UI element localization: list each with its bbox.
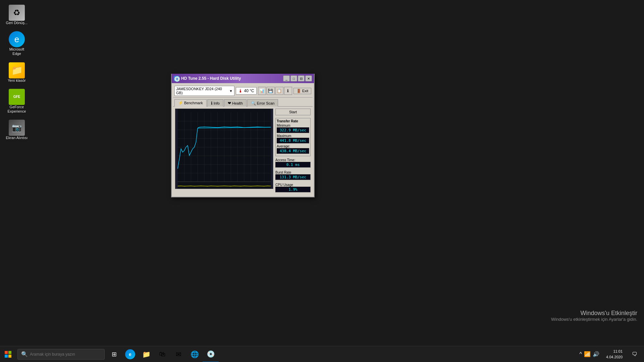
cpu-usage-block: CPU Usage 1.9%: [275, 182, 311, 192]
activate-line1: Windows'u Etkinleştir: [551, 310, 637, 317]
window-body: JAMESDONKEY JD24 (240 GB) ▼ 🌡 40 °C 📊 💾 …: [172, 83, 314, 197]
search-input[interactable]: [30, 352, 101, 357]
recycle-bin-icon[interactable]: ♻ Geri Dönüş...: [3, 3, 30, 26]
notification-button[interactable]: 🗨: [627, 346, 643, 362]
stats-panel: Start Transfer Rate Minimum 322.9 MB/sec…: [275, 109, 311, 193]
average-label: Average:: [277, 144, 309, 148]
hdtune-taskbar-icon: 💿: [207, 350, 215, 358]
average-block: Average: 438.4 MB/sec: [277, 144, 309, 154]
temperature-value: 40 °C: [244, 88, 254, 93]
volume-icon[interactable]: 🔊: [593, 351, 599, 357]
recycle-bin-label: Geri Dönüş...: [6, 21, 28, 25]
new-folder-icon[interactable]: 📁 Yeni klasör: [3, 61, 30, 84]
explorer-taskbar-icon: 📁: [142, 350, 151, 358]
drive-selector[interactable]: JAMESDONKEY JD24 (240 GB) ▼: [174, 86, 234, 96]
mail-taskbar-icon: ✉: [176, 350, 181, 358]
window-toolbar: JAMESDONKEY JD24 (240 GB) ▼ 🌡 40 °C 📊 💾 …: [173, 84, 313, 98]
taskbar: 🔍 ⊞ e 📁 🛍 ✉ 🌐 💿 ^: [0, 346, 644, 362]
maximize-button[interactable]: ⊟: [298, 75, 305, 81]
screenshot-label: Ekran Alıntısı: [6, 136, 28, 140]
taskbar-store-button[interactable]: 🛍: [154, 346, 170, 362]
access-time-value: 0.1 ms: [275, 162, 311, 168]
task-view-icon: ⊞: [112, 351, 117, 358]
cpu-usage-value: 1.9%: [275, 187, 311, 192]
health-icon: ❤: [228, 101, 231, 106]
toolbar-icons: 📊 💾 📋 ℹ: [258, 87, 292, 95]
close-button[interactable]: ✕: [305, 75, 312, 81]
store-taskbar-icon: 🛍: [159, 350, 166, 358]
window-title: HD Tune 2.55 - Hard Disk Utility: [181, 76, 283, 81]
hdtune-window: 💿 HD Tune 2.55 - Hard Disk Utility _ □ ⊟…: [171, 74, 315, 197]
tab-error-scan[interactable]: 🔍 Error Scan: [247, 99, 278, 107]
taskbar-mail-button[interactable]: ✉: [170, 346, 186, 362]
hdtune-window-icon: 💿: [174, 76, 179, 81]
minimum-value: 322.9 MB/sec: [277, 127, 309, 133]
window-content: Start Transfer Rate Minimum 322.9 MB/sec…: [173, 106, 313, 195]
search-icon: 🔍: [21, 351, 28, 357]
screenshot-icon[interactable]: 📷 Ekran Alıntısı: [3, 118, 30, 141]
nvidia-label: GeForce Experience: [5, 105, 29, 114]
taskbar-clock[interactable]: 11:01 4.04.2020: [602, 349, 627, 360]
temperature-icon: 🌡: [238, 88, 243, 94]
maximum-block: Maximum 441.8 MB/sec: [277, 134, 309, 143]
taskbar-chrome-button[interactable]: 🌐: [186, 346, 203, 362]
drive-name: JAMESDONKEY JD24 (240 GB): [176, 87, 228, 95]
chrome-taskbar-icon: 🌐: [191, 350, 199, 358]
taskbar-edge-button[interactable]: e: [122, 346, 138, 362]
maximum-value: 441.8 MB/sec: [277, 138, 309, 143]
minimize-button[interactable]: _: [283, 75, 290, 81]
tab-info[interactable]: ℹ Info: [207, 99, 223, 107]
tab-error-scan-label: Error Scan: [257, 101, 275, 105]
start-button[interactable]: [0, 346, 16, 362]
clock-date: 4.04.2020: [606, 354, 623, 360]
average-value: 438.4 MB/sec: [277, 148, 309, 154]
burst-rate-label: Burst Rate: [275, 171, 311, 174]
taskbar-right: ^ 📶 🔊 11:01 4.04.2020 🗨: [577, 346, 644, 362]
taskbar-explorer-button[interactable]: 📁: [138, 346, 154, 362]
toolbar-icon-3[interactable]: 📋: [275, 87, 283, 95]
access-time-block: Access Time: 0.1 ms: [275, 158, 311, 168]
desktop: ♻ Geri Dönüş... e Microsoft Edge 📁 Yeni …: [0, 0, 644, 362]
taskbar-search[interactable]: 🔍: [17, 349, 105, 360]
network-icon[interactable]: 📶: [584, 351, 591, 357]
activate-line2: Windows'u etkinleştirmek için Ayarlar'a …: [551, 317, 637, 322]
system-tray-icons: ^ 📶 🔊: [577, 351, 602, 357]
start-button[interactable]: Start: [275, 109, 311, 115]
edge-taskbar-icon: e: [129, 352, 131, 357]
exit-button[interactable]: 🚪 Exit: [293, 88, 311, 94]
minimum-block: Minimum 322.9 MB/sec: [277, 124, 309, 133]
window-controls: _ □ ⊟ ✕: [283, 75, 312, 81]
tab-info-label: Info: [214, 101, 220, 105]
error-scan-icon: 🔍: [251, 101, 256, 106]
maximum-label: Maximum: [277, 134, 309, 138]
toolbar-icon-1[interactable]: 📊: [258, 87, 266, 95]
tray-arrow-icon[interactable]: ^: [580, 351, 582, 357]
access-time-label: Access Time:: [275, 158, 311, 162]
cpu-usage-label: CPU Usage: [275, 183, 311, 187]
geforce-experience-icon[interactable]: GFE GeForce Experience: [3, 87, 30, 115]
info-icon: ℹ: [211, 101, 213, 106]
toolbar-icon-2[interactable]: 💾: [267, 87, 275, 95]
tab-health[interactable]: ❤ Health: [224, 99, 247, 107]
window-tabs: ⚡ Benchmark ℹ Info ❤ Health 🔍 Error Scan: [173, 98, 313, 106]
desktop-icons-container: ♻ Geri Dönüş... e Microsoft Edge 📁 Yeni …: [3, 3, 30, 141]
exit-label: Exit: [302, 89, 308, 93]
restore-button[interactable]: □: [290, 75, 297, 81]
window-titlebar[interactable]: 💿 HD Tune 2.55 - Hard Disk Utility _ □ ⊟…: [172, 74, 314, 83]
transfer-rate-title: Transfer Rate: [277, 119, 309, 123]
taskbar-hdtune-button[interactable]: 💿: [203, 346, 219, 362]
minimum-label: Minimum: [277, 124, 309, 127]
task-view-button[interactable]: ⊞: [106, 346, 122, 362]
windows-logo: [5, 351, 11, 358]
notification-icon: 🗨: [632, 351, 637, 357]
tab-benchmark[interactable]: ⚡ Benchmark: [174, 99, 207, 107]
burst-rate-value: 131.3 MB/sec: [275, 174, 311, 180]
tab-benchmark-label: Benchmark: [184, 101, 203, 105]
benchmark-icon: ⚡: [178, 101, 183, 105]
toolbar-icon-4[interactable]: ℹ: [284, 87, 292, 95]
edge-label: Microsoft Edge: [5, 47, 29, 56]
transfer-rate-group: Transfer Rate Minimum 322.9 MB/sec Maxim…: [275, 118, 311, 156]
microsoft-edge-icon[interactable]: e Microsoft Edge: [3, 30, 30, 57]
exit-icon: 🚪: [297, 89, 301, 93]
clock-time: 11:01: [606, 349, 623, 354]
